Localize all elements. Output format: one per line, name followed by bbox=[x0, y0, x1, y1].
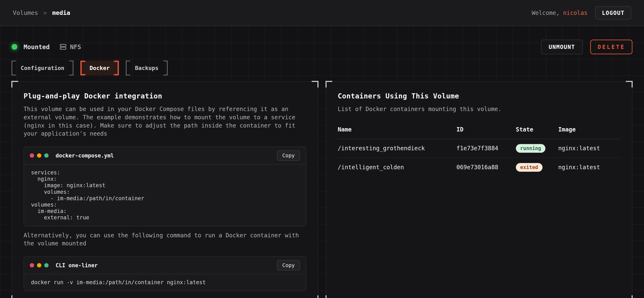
compose-code-content: services: nginx: image: nginx:latest vol… bbox=[24, 164, 306, 226]
column-header-image: Image bbox=[558, 126, 620, 139]
filesystem-type-label: NFS bbox=[70, 43, 81, 51]
containers-panel-title: Containers Using This Volume bbox=[338, 92, 620, 100]
table-row: /intelligent_colden 069e73016a88 exited … bbox=[338, 158, 620, 177]
window-dots bbox=[30, 153, 48, 158]
cli-code-header: CLI one-liner Copy bbox=[24, 257, 306, 274]
tab-configuration[interactable]: Configuration bbox=[12, 61, 73, 75]
volume-actions: UNMOUNT DELETE bbox=[541, 40, 632, 54]
window-dot-red-icon bbox=[30, 263, 34, 268]
tab-docker[interactable]: Docker bbox=[80, 61, 119, 75]
top-bar: Volumes > media Welcome, nicolas LOGOUT bbox=[0, 0, 644, 26]
window-dot-green-icon bbox=[44, 153, 48, 158]
cli-code-content: docker run -v im-media:/path/in/containe… bbox=[24, 274, 306, 291]
containers-table: Name ID State Image /interesting_grothen… bbox=[338, 126, 620, 177]
top-bar-right: Welcome, nicolas LOGOUT bbox=[532, 6, 631, 20]
compose-copy-button[interactable]: Copy bbox=[277, 150, 300, 161]
volume-status: Mounted NFS bbox=[12, 43, 81, 51]
window-dot-red-icon bbox=[30, 153, 34, 158]
breadcrumb: Volumes > media bbox=[13, 9, 70, 16]
welcome-text: Welcome, nicolas bbox=[532, 9, 588, 16]
container-image-cell: nginx:latest bbox=[558, 158, 620, 177]
unmount-button[interactable]: UNMOUNT bbox=[541, 40, 583, 54]
panel-corner-decoration bbox=[11, 295, 18, 298]
panel-corner-decoration bbox=[11, 81, 18, 88]
column-header-name: Name bbox=[338, 126, 456, 139]
breadcrumb-current-volume: media bbox=[52, 9, 70, 16]
container-image-cell: nginx:latest bbox=[558, 139, 620, 158]
container-state-cell: exited bbox=[516, 158, 558, 177]
breadcrumb-volumes-link[interactable]: Volumes bbox=[13, 9, 38, 16]
mounted-status-dot bbox=[12, 44, 17, 50]
containers-panel: Containers Using This Volume List of Doc… bbox=[326, 81, 632, 298]
window-dot-amber-icon bbox=[37, 153, 41, 158]
container-id-cell: f1e73e7f3884 bbox=[456, 139, 516, 158]
container-id-cell: 069e73016a88 bbox=[456, 158, 516, 177]
status-badge: exited bbox=[516, 163, 542, 172]
containers-panel-subtitle: List of Docker containers mounting this … bbox=[338, 105, 620, 113]
panel-corner-decoration bbox=[326, 295, 332, 298]
window-dots bbox=[30, 263, 48, 268]
username: nicolas bbox=[563, 9, 587, 16]
column-header-state: State bbox=[516, 126, 558, 139]
panel-corner-decoration bbox=[326, 81, 332, 88]
chevron-right-icon: > bbox=[44, 10, 47, 16]
panel-corner-decoration bbox=[312, 81, 318, 88]
tab-backups[interactable]: Backups bbox=[126, 61, 168, 75]
delete-button[interactable]: DELETE bbox=[590, 40, 632, 54]
cli-code-block: CLI one-liner Copy docker run -v im-medi… bbox=[24, 256, 306, 291]
cli-filename: CLI one-liner bbox=[56, 262, 98, 269]
panel-corner-decoration bbox=[626, 81, 633, 88]
compose-code-block: docker-compose.yml Copy services: nginx:… bbox=[24, 147, 306, 226]
compose-filename: docker-compose.yml bbox=[56, 152, 114, 159]
tab-bar: Configuration Docker Backups bbox=[12, 61, 632, 75]
container-name-cell: /interesting_grothendieck bbox=[338, 139, 456, 158]
containers-table-header-row: Name ID State Image bbox=[338, 126, 620, 139]
window-dot-green-icon bbox=[44, 263, 48, 268]
logout-button[interactable]: LOGOUT bbox=[595, 6, 631, 20]
container-state-cell: running bbox=[516, 139, 558, 158]
docker-panel-description: This volume can be used in your Docker C… bbox=[24, 105, 306, 138]
cli-copy-button[interactable]: Copy bbox=[277, 260, 300, 271]
panels: Plug-and-play Docker integration This vo… bbox=[12, 81, 632, 298]
table-row: /interesting_grothendieck f1e73e7f3884 r… bbox=[338, 139, 620, 158]
mounted-status-label: Mounted bbox=[24, 43, 50, 51]
container-name-cell: /intelligent_colden bbox=[338, 158, 456, 177]
docker-panel-title: Plug-and-play Docker integration bbox=[24, 92, 306, 100]
column-header-id: ID bbox=[456, 126, 516, 139]
panel-corner-decoration bbox=[626, 295, 633, 298]
server-icon bbox=[60, 43, 66, 50]
status-row: Mounted NFS UNMOUNT DELETE bbox=[12, 39, 632, 55]
volume-detail-content: Mounted NFS UNMOUNT DELETE Configuration… bbox=[0, 26, 644, 298]
panel-corner-decoration bbox=[312, 295, 318, 298]
window-dot-amber-icon bbox=[37, 263, 41, 268]
compose-code-header: docker-compose.yml Copy bbox=[24, 147, 306, 164]
cli-intro-text: Alternatively, you can use the following… bbox=[24, 231, 306, 248]
status-badge: running bbox=[516, 144, 546, 153]
docker-integration-panel: Plug-and-play Docker integration This vo… bbox=[12, 81, 318, 298]
welcome-prefix: Welcome, bbox=[532, 9, 563, 16]
